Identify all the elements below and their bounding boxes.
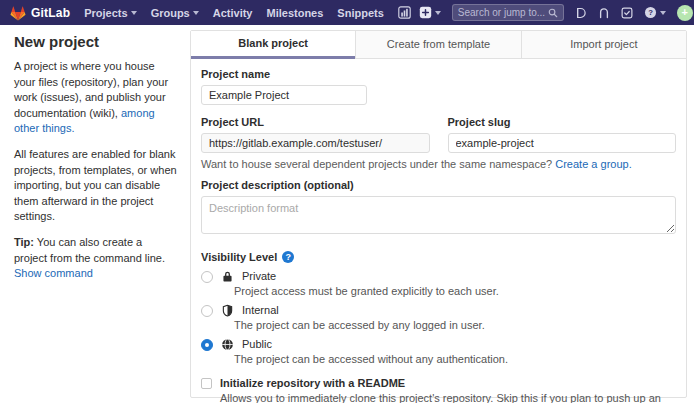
avatar: + bbox=[677, 5, 693, 21]
plus-square-icon bbox=[419, 6, 432, 19]
user-menu-button[interactable]: + bbox=[677, 5, 694, 21]
project-url-input[interactable] bbox=[201, 133, 430, 153]
todos-icon[interactable] bbox=[621, 7, 633, 19]
private-radio[interactable] bbox=[201, 271, 213, 283]
project-description-textarea[interactable] bbox=[201, 196, 676, 234]
help-icon: ? bbox=[644, 6, 657, 19]
new-project-sidebar: New project A project is where you house… bbox=[14, 33, 178, 292]
project-name-label: Project name bbox=[201, 68, 676, 80]
tip-paragraph: Tip: You can also create a project from … bbox=[14, 235, 178, 282]
tab-create-from-template[interactable]: Create from template bbox=[355, 31, 520, 59]
internal-radio[interactable] bbox=[201, 305, 213, 317]
gitlab-logo[interactable]: GitLab bbox=[10, 5, 70, 21]
chart-icon[interactable] bbox=[398, 6, 411, 19]
lock-icon bbox=[221, 270, 234, 283]
global-search[interactable] bbox=[452, 4, 564, 21]
blank-project-form: Project name Project URL Project slug Wa… bbox=[191, 59, 686, 403]
tab-blank-project[interactable]: Blank project bbox=[191, 31, 355, 59]
project-url-label: Project URL bbox=[201, 116, 430, 128]
shield-icon bbox=[221, 304, 234, 317]
internal-option-desc: The project can be accessed by any logge… bbox=[234, 319, 676, 332]
visibility-level-label: Visibility Level bbox=[201, 251, 277, 263]
create-a-group-link[interactable]: Create a group. bbox=[555, 158, 631, 170]
tab-import-project[interactable]: Import project bbox=[521, 31, 686, 59]
public-option-label[interactable]: Public bbox=[242, 338, 272, 351]
project-slug-label: Project slug bbox=[448, 116, 677, 128]
internal-option-label[interactable]: Internal bbox=[242, 304, 279, 317]
search-input[interactable] bbox=[458, 7, 548, 18]
help-menu-button[interactable]: ? bbox=[644, 6, 666, 19]
project-description-label: Project description (optional) bbox=[201, 179, 676, 191]
visibility-option-public: Public The project can be accessed witho… bbox=[201, 338, 676, 366]
chevron-down-icon bbox=[435, 11, 441, 15]
chevron-down-icon bbox=[193, 11, 199, 15]
public-option-desc: The project can be accessed without any … bbox=[234, 353, 676, 366]
readme-label[interactable]: Initialize repository with a README bbox=[220, 377, 405, 390]
readme-desc: Allows you to immediately clone this pro… bbox=[220, 392, 676, 403]
merge-request-icon[interactable] bbox=[598, 7, 610, 19]
nav-groups[interactable]: Groups bbox=[151, 7, 199, 19]
new-menu-button[interactable] bbox=[419, 6, 441, 19]
nav-activity[interactable]: Activity bbox=[213, 7, 253, 19]
logo-label: GitLab bbox=[31, 6, 70, 20]
page-title: New project bbox=[14, 33, 178, 50]
visibility-help-icon[interactable]: ? bbox=[282, 251, 294, 263]
show-command-link[interactable]: Show command bbox=[14, 267, 93, 279]
namespace-hint: Want to house several dependent projects… bbox=[201, 158, 676, 170]
globe-icon bbox=[221, 338, 234, 351]
chevron-down-icon bbox=[660, 11, 666, 15]
intro-paragraph: A project is where you house your files … bbox=[14, 59, 178, 137]
issues-icon[interactable] bbox=[575, 7, 587, 19]
nav-projects[interactable]: Projects bbox=[84, 7, 136, 19]
search-icon bbox=[548, 8, 558, 18]
chevron-down-icon bbox=[131, 11, 137, 15]
new-project-panel: Blank project Create from template Impor… bbox=[190, 30, 687, 398]
tanuki-icon bbox=[10, 5, 26, 21]
top-navbar: GitLab Projects Groups Activity Mileston… bbox=[0, 0, 694, 25]
readme-group: Initialize repository with a README Allo… bbox=[201, 377, 676, 403]
features-paragraph: All features are enabled for blank proje… bbox=[14, 147, 178, 225]
private-option-desc: Project access must be granted explicitl… bbox=[234, 285, 676, 298]
svg-text:?: ? bbox=[648, 8, 653, 17]
project-name-input[interactable] bbox=[201, 85, 367, 105]
project-type-tabs: Blank project Create from template Impor… bbox=[191, 31, 686, 59]
readme-checkbox[interactable] bbox=[201, 378, 212, 389]
nav-snippets[interactable]: Snippets bbox=[337, 7, 383, 19]
private-option-label[interactable]: Private bbox=[242, 270, 276, 283]
nav-milestones[interactable]: Milestones bbox=[267, 7, 324, 19]
project-slug-input[interactable] bbox=[448, 133, 677, 153]
public-radio[interactable] bbox=[201, 339, 213, 351]
visibility-option-private: Private Project access must be granted e… bbox=[201, 270, 676, 298]
visibility-option-internal: Internal The project can be accessed by … bbox=[201, 304, 676, 332]
